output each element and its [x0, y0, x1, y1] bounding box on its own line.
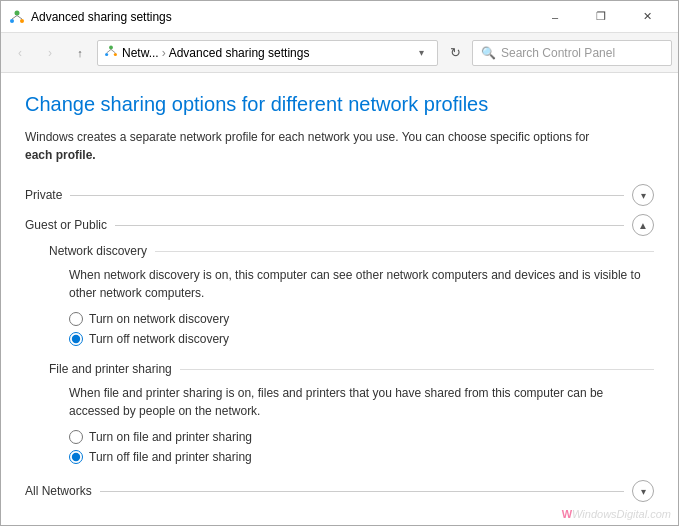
minimize-button[interactable]: –: [532, 1, 578, 33]
search-placeholder: Search Control Panel: [501, 46, 615, 60]
path-separator-1: ›: [162, 46, 166, 60]
svg-line-9: [111, 49, 115, 53]
nd-radio-off[interactable]: [69, 332, 83, 346]
page-title: Change sharing options for different net…: [25, 93, 654, 116]
fps-option-on[interactable]: Turn on file and printer sharing: [69, 430, 654, 444]
page-description: Windows creates a separate network profi…: [25, 128, 654, 164]
section-all-networks-toggle[interactable]: ▾: [632, 480, 654, 502]
search-icon: 🔍: [481, 46, 496, 60]
watermark-text: WindowsDigital.com: [572, 508, 671, 520]
watermark: WWindowsDigital.com: [562, 508, 671, 520]
section-guest-public-line: [115, 225, 624, 226]
nd-label-off: Turn off network discovery: [89, 332, 229, 346]
restore-button[interactable]: ❐: [578, 1, 624, 33]
svg-point-1: [10, 19, 14, 23]
section-guest-public-header: Guest or Public ▲: [25, 214, 654, 236]
nd-radio-on[interactable]: [69, 312, 83, 326]
path-network-label: Netw...: [122, 46, 159, 60]
subsection-fps-desc: When file and printer sharing is on, fil…: [69, 384, 654, 420]
section-guest-public-toggle[interactable]: ▲: [632, 214, 654, 236]
subsection-nd-label: Network discovery: [49, 244, 155, 258]
back-button[interactable]: ‹: [7, 40, 33, 66]
section-private-toggle[interactable]: ▾: [632, 184, 654, 206]
address-bar: ‹ › ↑ Netw... › Advanced sharing setting…: [1, 33, 678, 73]
nd-radio-group: Turn on network discovery Turn off netwo…: [69, 312, 654, 346]
subsection-fps-header: File and printer sharing: [49, 362, 654, 376]
section-private-line: [70, 195, 624, 196]
section-all-networks: All Networks ▾: [25, 480, 654, 502]
address-path[interactable]: Netw... › Advanced sharing settings ▾: [97, 40, 438, 66]
fps-label-off: Turn off file and printer sharing: [89, 450, 252, 464]
refresh-button[interactable]: ↻: [442, 40, 468, 66]
svg-line-8: [107, 49, 111, 53]
subsection-fps-label: File and printer sharing: [49, 362, 180, 376]
subsection-nd-header: Network discovery: [49, 244, 654, 258]
path-dropdown-arrow[interactable]: ▾: [411, 47, 431, 58]
up-button[interactable]: ↑: [67, 40, 93, 66]
section-private: Private ▾: [25, 184, 654, 206]
subsection-file-printer: File and printer sharing When file and p…: [49, 362, 654, 464]
subsection-nd-desc: When network discovery is on, this compu…: [69, 266, 654, 302]
window-controls: – ❐ ✕: [532, 1, 670, 33]
search-box[interactable]: 🔍 Search Control Panel: [472, 40, 672, 66]
title-bar: Advanced sharing settings – ❐ ✕: [1, 1, 678, 33]
fps-label-on: Turn on file and printer sharing: [89, 430, 252, 444]
section-all-networks-label: All Networks: [25, 484, 100, 498]
section-all-networks-header: All Networks ▾: [25, 480, 654, 502]
subsection-fps-line: [180, 369, 654, 370]
section-private-label: Private: [25, 188, 70, 202]
subsection-nd-line: [155, 251, 654, 252]
nd-option-off[interactable]: Turn off network discovery: [69, 332, 654, 346]
window-title: Advanced sharing settings: [31, 10, 532, 24]
fps-radio-off[interactable]: [69, 450, 83, 464]
section-all-networks-line: [100, 491, 624, 492]
desc-text-1: Windows creates a separate network profi…: [25, 130, 589, 144]
subsection-network-discovery: Network discovery When network discovery…: [49, 244, 654, 346]
section-guest-public-label: Guest or Public: [25, 218, 115, 232]
window: Advanced sharing settings – ❐ ✕ ‹ › ↑ Ne…: [0, 0, 679, 526]
desc-text-2: each profile.: [25, 148, 96, 162]
fps-option-off[interactable]: Turn off file and printer sharing: [69, 450, 654, 464]
svg-point-7: [114, 53, 117, 56]
content-area: Change sharing options for different net…: [1, 73, 678, 525]
svg-line-3: [12, 15, 17, 19]
path-current-label: Advanced sharing settings: [169, 46, 310, 60]
nd-label-on: Turn on network discovery: [89, 312, 229, 326]
svg-point-2: [20, 19, 24, 23]
app-icon: [9, 9, 25, 25]
svg-point-6: [105, 53, 108, 56]
forward-button[interactable]: ›: [37, 40, 63, 66]
fps-radio-group: Turn on file and printer sharing Turn of…: [69, 430, 654, 464]
close-button[interactable]: ✕: [624, 1, 670, 33]
svg-point-5: [109, 46, 113, 50]
svg-point-0: [15, 10, 20, 15]
svg-line-4: [17, 15, 22, 19]
section-private-header: Private ▾: [25, 184, 654, 206]
nd-option-on[interactable]: Turn on network discovery: [69, 312, 654, 326]
path-network-icon: [104, 44, 118, 61]
section-guest-public: Guest or Public ▲ Network discovery When…: [25, 214, 654, 464]
fps-radio-on[interactable]: [69, 430, 83, 444]
